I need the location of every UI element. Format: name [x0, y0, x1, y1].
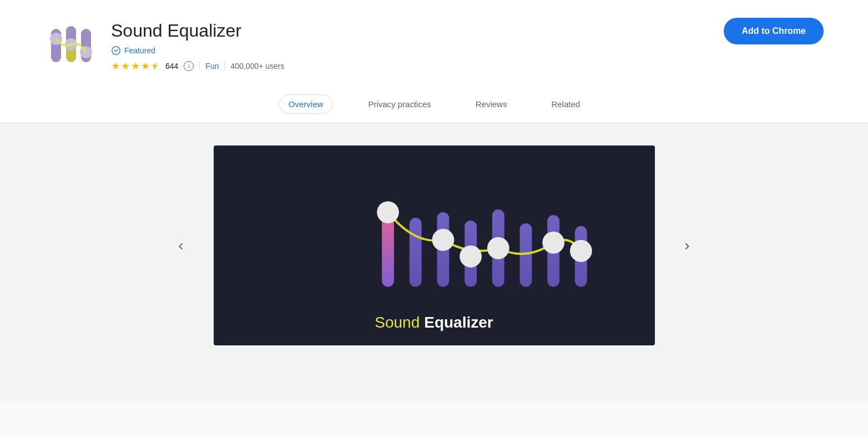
header-section: Sound Equalizer Featured ★ ★ ★ ★: [0, 0, 868, 123]
carousel-container: ‹: [212, 145, 656, 345]
featured-badge[interactable]: Featured: [111, 46, 284, 56]
svg-rect-14: [519, 224, 532, 287]
rating-count: 644: [165, 62, 178, 71]
nav-tabs: Overview Privacy practices Reviews Relat…: [44, 86, 824, 123]
equalizer-graphic: [214, 159, 655, 309]
svg-point-17: [377, 202, 399, 224]
star-1: ★: [111, 60, 120, 72]
tab-reviews[interactable]: Reviews: [467, 95, 516, 113]
screenshot-title-sound: Sound: [375, 314, 420, 331]
svg-point-20: [487, 237, 509, 259]
tab-privacy[interactable]: Privacy practices: [359, 95, 440, 113]
featured-label: Featured: [124, 46, 155, 55]
next-arrow-icon: ›: [684, 237, 689, 254]
content-area: ‹: [0, 123, 868, 401]
screenshot-title: Sound Equalizer: [375, 314, 493, 331]
separator-2: [224, 62, 225, 71]
tab-related[interactable]: Related: [542, 95, 589, 113]
screenshot-display: Sound Equalizer: [214, 145, 655, 345]
svg-point-18: [432, 229, 454, 251]
ext-details: Sound Equalizer Featured ★ ★ ★ ★: [111, 18, 284, 72]
featured-badge-icon: [111, 46, 121, 56]
star-4: ★: [141, 60, 150, 72]
star-3: ★: [131, 60, 140, 72]
svg-point-22: [569, 240, 592, 262]
separator: [199, 62, 200, 71]
svg-point-21: [542, 232, 564, 254]
stars-display: ★ ★ ★ ★ ★ ★: [111, 60, 160, 72]
info-icon[interactable]: i: [184, 61, 194, 71]
users-count: 400,000+ users: [230, 62, 284, 71]
extension-info: Sound Equalizer Featured ★ ★ ★ ★: [44, 18, 824, 86]
carousel-prev-button[interactable]: ‹: [168, 232, 194, 259]
carousel-next-button[interactable]: ›: [674, 232, 700, 259]
star-half: ★ ★: [151, 60, 160, 72]
svg-point-19: [460, 245, 482, 268]
category-link[interactable]: Fun: [205, 62, 219, 71]
tab-overview[interactable]: Overview: [279, 94, 333, 114]
screenshot-title-equalizer: Equalizer: [424, 314, 493, 331]
svg-rect-10: [409, 218, 421, 287]
star-2: ★: [121, 60, 130, 72]
prev-arrow-icon: ‹: [178, 237, 183, 254]
ext-left: Sound Equalizer Featured ★ ★ ★ ★: [44, 18, 284, 72]
rating-row: ★ ★ ★ ★ ★ ★ 644 i Fun 400,000+ users: [111, 60, 284, 72]
extension-title: Sound Equalizer: [111, 20, 284, 41]
extension-icon: [44, 18, 98, 71]
add-to-chrome-button[interactable]: Add to Chrome: [724, 18, 824, 44]
